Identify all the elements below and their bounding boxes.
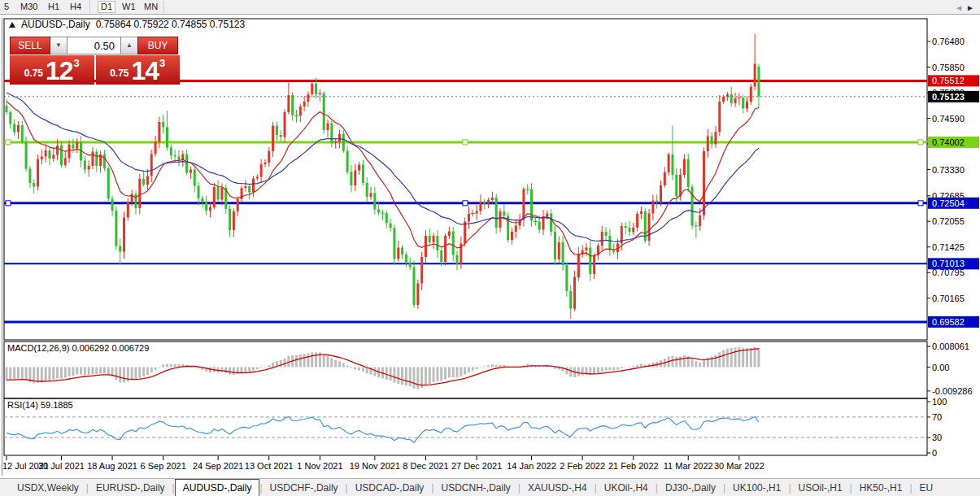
tab-audusd-daily[interactable]: AUDUSD-,Daily: [175, 479, 260, 496]
date-axis-label: 21 Feb 2022: [608, 461, 659, 471]
rsi-line: [7, 416, 759, 442]
line-drag-handle[interactable]: [918, 140, 923, 145]
candle-body: [754, 64, 756, 87]
candle-body: [668, 154, 670, 172]
candle-body: [272, 126, 274, 152]
candle-body: [468, 214, 470, 222]
candle-body: [656, 201, 658, 202]
candle-body: [237, 199, 239, 211]
buy-price-box[interactable]: 0.75 14 3: [96, 55, 181, 85]
rsi-axis-label: 30: [932, 433, 942, 442]
price-axis-label: 0.70165: [932, 294, 965, 303]
tab-hk50-h1[interactable]: HK50-,H1: [852, 480, 910, 496]
candle-body: [636, 214, 638, 228]
timeframe-button-H1[interactable]: H1: [46, 2, 62, 12]
candle-body: [303, 102, 306, 107]
tab-usdchf-daily[interactable]: USDCHF-,Daily: [263, 480, 346, 496]
tab-dj30-daily[interactable]: DJ30-,Daily: [658, 480, 723, 496]
candle-body: [88, 166, 90, 170]
candle-body: [150, 154, 153, 176]
candle-body: [260, 164, 263, 177]
candle-body: [280, 135, 282, 137]
candle-body: [60, 146, 63, 165]
tab-ukoil-h4[interactable]: UKOil-,H4: [597, 480, 656, 496]
candle-body: [373, 194, 376, 210]
buy-price-prefix: 0.75: [110, 67, 128, 79]
sell-button[interactable]: SELL: [10, 37, 50, 54]
rsi-axis-label: 70: [932, 412, 942, 422]
candle-body: [358, 165, 360, 171]
volume-input[interactable]: [67, 37, 121, 54]
candle-body: [155, 142, 157, 154]
candle-body: [625, 226, 627, 228]
tab-scroll-left-icon[interactable]: ◄: [955, 3, 966, 12]
candle-body: [444, 236, 446, 262]
candle-body: [48, 150, 50, 159]
candle-body: [194, 170, 196, 186]
candle-body: [350, 172, 352, 186]
line-drag-handle[interactable]: [463, 140, 468, 145]
date-axis-label: 1 Nov 2021: [297, 461, 342, 471]
candle-body: [107, 168, 110, 199]
candle-body: [569, 291, 572, 309]
candle-body: [119, 246, 121, 252]
tab-usdcad-daily[interactable]: USDCAD-,Daily: [348, 480, 432, 496]
candle-body: [538, 222, 541, 230]
tab-eu[interactable]: EU: [912, 480, 941, 496]
line-drag-handle[interactable]: [918, 201, 923, 206]
tab-usdcnh-daily[interactable]: USDCNH-,Daily: [433, 480, 517, 496]
tab-scroll-right-icon[interactable]: ►: [966, 3, 978, 12]
collapse-arrow-icon[interactable]: [9, 22, 15, 28]
volume-decrease-button[interactable]: ▼: [50, 37, 67, 54]
candle-body: [487, 200, 490, 204]
candle-body: [679, 175, 682, 197]
candle-body: [608, 236, 611, 250]
line-drag-handle[interactable]: [6, 140, 11, 145]
candle-body: [562, 242, 564, 265]
buy-price-sup: 3: [159, 57, 165, 69]
tab-usoil-h1[interactable]: USOil-,H1: [791, 480, 850, 496]
date-axis-label: 6 Sep 2021: [141, 461, 186, 471]
candle-body: [413, 268, 416, 306]
timeframe-button-M30[interactable]: M30: [18, 2, 40, 12]
timeframe-button-D1[interactable]: D1: [98, 1, 115, 13]
buy-button[interactable]: BUY: [137, 37, 178, 54]
candle-body: [479, 202, 481, 211]
tab-usdx-weekly[interactable]: USDX,Weekly: [10, 480, 86, 496]
candle-body: [170, 148, 172, 156]
tab-eurusd-daily[interactable]: EURUSD-,Daily: [89, 480, 172, 496]
candle-body: [189, 170, 192, 173]
date-axis-label: 18 Aug 2021: [87, 461, 137, 471]
timeframe-button-H4[interactable]: H4: [68, 2, 84, 12]
timeframe-button-5[interactable]: 5: [2, 2, 11, 12]
candle-body: [111, 199, 114, 211]
candle-body: [185, 154, 188, 173]
candle-body: [84, 161, 86, 170]
candle-body: [6, 106, 8, 112]
current-price-badge-text: 0.75123: [932, 92, 965, 102]
candle-body: [660, 185, 662, 202]
sell-price-box[interactable]: 0.75 12 3: [10, 55, 94, 85]
volume-increase-button[interactable]: ▲: [121, 37, 137, 54]
tab-xauusd-h4[interactable]: XAUUSD-,H4: [520, 480, 595, 496]
candle-body: [522, 189, 525, 220]
timeframe-toolbar: 5M30H1H4D1W1MN: [0, 0, 980, 15]
chart-title: AUDUSD-,Daily 0.75864 0.75922 0.74855 0.…: [9, 19, 245, 30]
candle-body: [268, 151, 270, 163]
rsi-indicator-label: RSI(14) 59.1885: [7, 400, 73, 410]
price-level-badge-text: 0.69582: [932, 317, 965, 327]
candle-body: [433, 236, 435, 242]
line-drag-handle[interactable]: [6, 201, 11, 206]
timeframe-button-W1[interactable]: W1: [120, 2, 138, 12]
candle-body: [671, 154, 673, 175]
chart-tab-bar: USDX,Weekly|EURUSD-,Daily|AUDUSD-,Daily|…: [0, 478, 980, 496]
candle-body: [612, 250, 615, 252]
macd-axis-label: 0.008061: [932, 342, 969, 351]
timeframe-button-MN[interactable]: MN: [142, 2, 160, 12]
candle-body: [722, 97, 725, 102]
line-drag-handle[interactable]: [463, 201, 468, 206]
candle-body: [311, 84, 313, 94]
candle-body: [707, 137, 709, 152]
candle-body: [390, 224, 392, 228]
tab-uk100-h1[interactable]: UK100-,H1: [725, 480, 788, 496]
